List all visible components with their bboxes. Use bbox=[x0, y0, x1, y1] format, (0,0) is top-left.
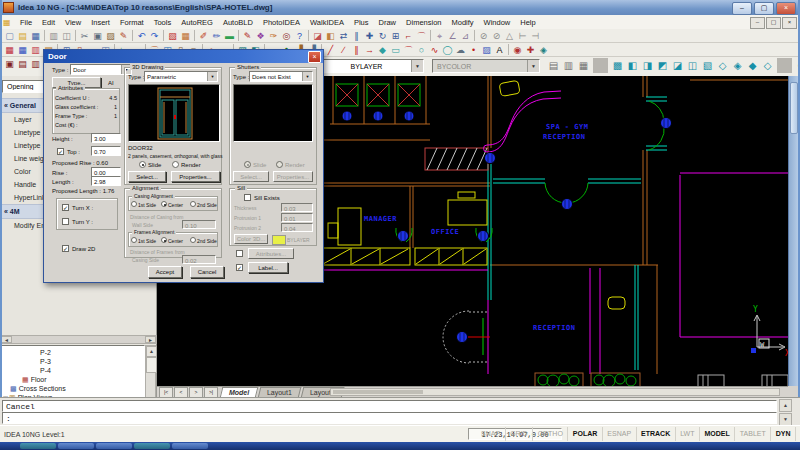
tree-item-floor[interactable]: ▦Floor bbox=[1, 375, 144, 384]
command-history[interactable]: Cancel bbox=[2, 400, 777, 412]
menu-view[interactable]: View bbox=[60, 16, 86, 29]
grid-toggle[interactable]: GRID bbox=[506, 427, 534, 441]
paste-icon[interactable]: ▨ bbox=[104, 30, 117, 42]
turn-x-checkbox[interactable]: ✓ bbox=[62, 204, 69, 211]
minimize-button[interactable]: – bbox=[732, 2, 752, 15]
dyn-toggle[interactable]: DYN bbox=[771, 427, 796, 441]
new-icon[interactable]: ▢ bbox=[3, 30, 16, 42]
orbit-icon[interactable]: ◈ bbox=[537, 44, 550, 56]
ai-label[interactable]: AI bbox=[108, 80, 114, 86]
view-back-icon[interactable]: ▧ bbox=[700, 58, 715, 73]
door-type-combo[interactable]: Door▼ bbox=[70, 64, 132, 75]
help-icon[interactable]: ? bbox=[293, 30, 306, 42]
dialog-titlebar[interactable]: Door × bbox=[44, 50, 323, 63]
pencil-icon[interactable]: ✎ bbox=[241, 30, 254, 42]
redo-icon[interactable]: ↷ bbox=[148, 30, 161, 42]
protrusion1-field[interactable]: 0.01 bbox=[281, 213, 313, 222]
chevron-down-icon[interactable]: ▼ bbox=[527, 60, 539, 72]
trim-icon[interactable]: ⌐ bbox=[402, 30, 415, 42]
casing-1st-side-radio[interactable] bbox=[131, 201, 137, 207]
osnap-icon[interactable]: ⌖ bbox=[433, 30, 446, 42]
menu-walkidea[interactable]: WalkIDEA bbox=[305, 16, 349, 29]
zoom-object-icon[interactable]: ◎ bbox=[280, 30, 293, 42]
menu-autobld[interactable]: AutoBLD bbox=[218, 16, 258, 29]
open-icon[interactable]: ▤ bbox=[16, 30, 29, 42]
plot-preview-icon[interactable]: ▥ bbox=[561, 58, 576, 73]
frames-2nd-side-radio[interactable] bbox=[190, 237, 196, 243]
ellipse-icon[interactable]: ◯ bbox=[441, 44, 454, 56]
drawing-horizontal-scrollbar[interactable] bbox=[330, 388, 780, 396]
taskbar-item[interactable] bbox=[134, 443, 170, 449]
scroll-up-icon[interactable]: ▲ bbox=[779, 399, 792, 412]
label-button[interactable]: Label... bbox=[248, 262, 288, 273]
line-icon[interactable]: ╱ bbox=[324, 44, 337, 56]
link-icon[interactable]: ▧ bbox=[166, 30, 179, 42]
turn-y-checkbox[interactable] bbox=[62, 218, 69, 225]
eyedropper-icon[interactable]: ✑ bbox=[267, 30, 280, 42]
menu-format[interactable]: Format bbox=[115, 16, 149, 29]
mdi-restore-button[interactable]: ▢ bbox=[766, 17, 781, 29]
cancel-button[interactable]: Cancel bbox=[190, 266, 224, 278]
attributes-checkbox[interactable] bbox=[236, 250, 243, 257]
grid-left-icon[interactable]: ⊢ bbox=[516, 30, 529, 42]
snap-toggle[interactable]: SNAP bbox=[477, 427, 506, 441]
taskbar-item[interactable] bbox=[58, 443, 94, 449]
window-titlebar[interactable]: Idea 10 NG - [C:\4M\IDEA\Top 10 reasons\… bbox=[0, 0, 800, 15]
print-preview-icon[interactable]: ◫ bbox=[60, 30, 73, 42]
sheet-icon[interactable]: ▦ bbox=[179, 30, 192, 42]
taskbar-item[interactable] bbox=[172, 443, 208, 449]
layer-prev-icon[interactable]: ▥ bbox=[29, 44, 42, 56]
view-sw-iso-icon[interactable]: ◇ bbox=[715, 58, 730, 73]
view-right-icon[interactable]: ◪ bbox=[670, 58, 685, 73]
menu-file[interactable]: File bbox=[15, 16, 37, 29]
grid-right-icon[interactable]: ⊣ bbox=[529, 30, 542, 42]
length-field[interactable]: 2.98 bbox=[91, 176, 121, 186]
mdi-minimize-button[interactable]: – bbox=[750, 17, 765, 29]
color-3d-button[interactable]: Color 3D... bbox=[234, 234, 268, 244]
menu-draw[interactable]: Draw bbox=[374, 16, 402, 29]
layer-manager-icon[interactable]: ▦ bbox=[3, 44, 16, 56]
shutters-type-combo[interactable]: Does not Exist▼ bbox=[249, 71, 313, 82]
hatch-icon[interactable]: ▨ bbox=[480, 44, 493, 56]
view-bottom-icon[interactable]: ◨ bbox=[640, 58, 655, 73]
tree-item-p3[interactable]: P-3 bbox=[1, 357, 144, 366]
format-painter-icon[interactable]: ✎ bbox=[117, 30, 130, 42]
menu-edit[interactable]: Edit bbox=[37, 16, 60, 29]
taskbar-item[interactable] bbox=[96, 443, 132, 449]
frames-center-radio[interactable] bbox=[161, 237, 167, 243]
menu-dimension[interactable]: Dimension bbox=[401, 16, 446, 29]
print-icon[interactable]: ▥ bbox=[47, 30, 60, 42]
attributes-button[interactable]: Attributes... bbox=[248, 248, 294, 259]
etrack-toggle[interactable]: ETRACK bbox=[637, 427, 676, 441]
copy-object-icon[interactable]: ◧ bbox=[324, 30, 337, 42]
sheetset-icon[interactable]: ▥ bbox=[29, 58, 42, 70]
restore-button[interactable]: ▢ bbox=[754, 2, 774, 15]
draw-2d-checkbox[interactable]: ✓ bbox=[62, 245, 69, 252]
circle-icon[interactable]: ○ bbox=[415, 44, 428, 56]
revcloud-icon[interactable]: ☁ bbox=[454, 44, 467, 56]
spline-icon[interactable]: ∿ bbox=[428, 44, 441, 56]
menu-insert[interactable]: Insert bbox=[86, 16, 115, 29]
save-icon[interactable]: ▦ bbox=[29, 30, 42, 42]
chevron-down-icon[interactable]: ▼ bbox=[411, 60, 423, 72]
pen-red-icon[interactable]: ✐ bbox=[197, 30, 210, 42]
door-properties-button[interactable]: Properties... bbox=[171, 171, 220, 182]
line-sample-icon[interactable]: ▬ bbox=[223, 30, 236, 42]
thickness-field[interactable]: 0.03 bbox=[281, 203, 313, 212]
layer-states-icon[interactable]: ▦ bbox=[16, 44, 29, 56]
shutters-render-radio[interactable] bbox=[276, 161, 283, 168]
ducs-icon[interactable]: ⊿ bbox=[459, 30, 472, 42]
shutters-select-button[interactable]: Select... bbox=[233, 171, 269, 182]
tree-item-cross-sections[interactable]: ▩Cross Sections bbox=[1, 384, 144, 393]
slide-radio[interactable] bbox=[139, 161, 146, 168]
menu-help[interactable]: Help bbox=[515, 16, 540, 29]
copy-icon[interactable]: ▣ bbox=[91, 30, 104, 42]
color-combo[interactable]: BYCOLOR ▼ bbox=[432, 59, 540, 73]
scroll-right-icon[interactable]: ► bbox=[145, 336, 156, 343]
view-left-icon[interactable]: ◩ bbox=[655, 58, 670, 73]
scrollbar-thumb[interactable] bbox=[146, 357, 157, 373]
otrack-icon[interactable]: ∠ bbox=[446, 30, 459, 42]
lwt-toggle[interactable]: LWT bbox=[676, 427, 700, 441]
view-ne-iso-icon[interactable]: ◆ bbox=[745, 58, 760, 73]
plot-icon[interactable]: ▤ bbox=[546, 58, 561, 73]
